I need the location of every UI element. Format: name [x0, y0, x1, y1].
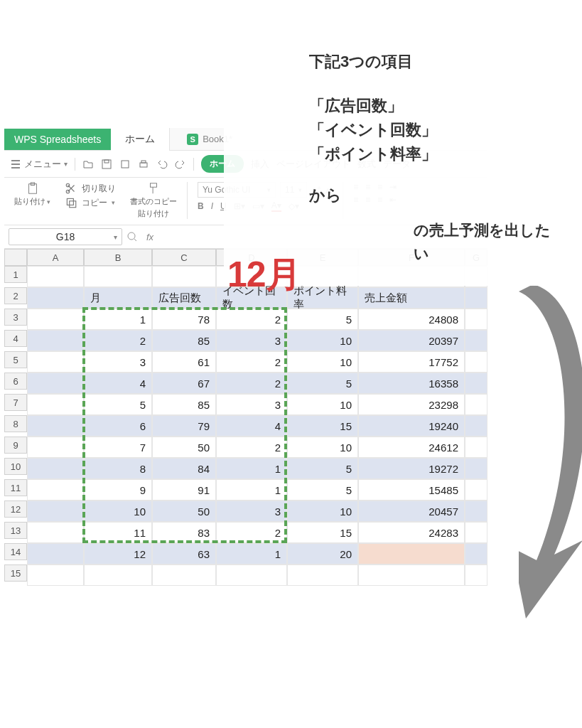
row-header[interactable]: 7: [4, 394, 27, 411]
cell[interactable]: [465, 351, 487, 373]
cell[interactable]: [465, 543, 487, 564]
cell[interactable]: [27, 458, 84, 479]
cell-rate[interactable]: 10: [287, 351, 358, 373]
cell-sales-target[interactable]: [358, 543, 465, 564]
cell-rate[interactable]: 5: [287, 479, 358, 500]
cell-month[interactable]: 10: [84, 500, 152, 522]
cell[interactable]: [27, 394, 84, 415]
cell-sales[interactable]: 24612: [358, 437, 465, 458]
spreadsheet-grid[interactable]: ABCDEFG12月広告回数イベント回数ポイント料率売上金額3178252480…: [4, 249, 487, 586]
cell[interactable]: [27, 522, 84, 543]
paste-label[interactable]: 貼り付け: [14, 196, 45, 207]
cell[interactable]: [84, 266, 152, 287]
cell[interactable]: [27, 564, 84, 586]
row-header[interactable]: 14: [4, 543, 27, 560]
save-icon[interactable]: [101, 159, 112, 170]
cell[interactable]: [27, 351, 84, 373]
product-tab[interactable]: WPS Spreadsheets: [4, 129, 111, 150]
name-box[interactable]: G18 ▾: [9, 228, 122, 245]
cell-sales[interactable]: 20397: [358, 330, 465, 351]
cell[interactable]: [27, 437, 84, 458]
cell-ads[interactable]: 85: [152, 330, 216, 351]
cell-events[interactable]: 3: [216, 500, 287, 522]
cell-rate[interactable]: 20: [287, 543, 358, 564]
cell[interactable]: [27, 309, 84, 330]
cell[interactable]: [358, 564, 465, 586]
cell-events[interactable]: 3: [216, 330, 287, 351]
cell-events[interactable]: 3: [216, 394, 287, 415]
cell-ads[interactable]: 67: [152, 373, 216, 394]
cell-ads[interactable]: 50: [152, 500, 216, 522]
cell-events[interactable]: 1: [216, 458, 287, 479]
redo-icon[interactable]: [175, 159, 186, 170]
cell[interactable]: [465, 330, 487, 351]
cell[interactable]: [465, 415, 487, 437]
cell-sales[interactable]: 24808: [358, 309, 465, 330]
bold-button[interactable]: B: [198, 201, 204, 211]
cell[interactable]: [27, 500, 84, 522]
cell-month[interactable]: 6: [84, 415, 152, 437]
cell-rate[interactable]: 10: [287, 500, 358, 522]
cell[interactable]: [152, 266, 216, 287]
cell[interactable]: [465, 479, 487, 500]
cell-rate[interactable]: 5: [287, 458, 358, 479]
select-all-corner[interactable]: [4, 249, 27, 266]
cell-rate[interactable]: 5: [287, 373, 358, 394]
cell-rate[interactable]: 10: [287, 330, 358, 351]
zoom-icon[interactable]: [126, 231, 138, 242]
cell[interactable]: [84, 564, 152, 586]
cell-month[interactable]: 2: [84, 330, 152, 351]
chevron-down-icon[interactable]: ▾: [47, 198, 50, 205]
cell-events[interactable]: 1: [216, 543, 287, 564]
row-header[interactable]: 5: [4, 351, 27, 368]
cell-month[interactable]: 8: [84, 458, 152, 479]
cell-events[interactable]: 2: [216, 437, 287, 458]
cell-events[interactable]: 2: [216, 309, 287, 330]
undo-icon[interactable]: [156, 159, 168, 170]
cell[interactable]: [465, 309, 487, 330]
cell-ads[interactable]: 50: [152, 437, 216, 458]
cell-month[interactable]: 9: [84, 479, 152, 500]
cell-events[interactable]: 1: [216, 479, 287, 500]
row-header[interactable]: 3: [4, 309, 27, 326]
print-icon[interactable]: [138, 159, 149, 170]
cell-sales[interactable]: 24283: [358, 522, 465, 543]
cell-sales[interactable]: 23298: [358, 394, 465, 415]
cell[interactable]: [27, 479, 84, 500]
cell[interactable]: [465, 394, 487, 415]
row-header[interactable]: 12: [4, 500, 27, 518]
row-header[interactable]: 13: [4, 522, 27, 539]
cell[interactable]: [287, 564, 358, 586]
row-header[interactable]: 4: [4, 330, 27, 347]
header-month[interactable]: 月: [84, 287, 152, 309]
row-header[interactable]: 15: [4, 564, 27, 582]
row-header[interactable]: 6: [4, 373, 27, 390]
cell-ads[interactable]: 79: [152, 415, 216, 437]
print-preview-icon[interactable]: [119, 159, 131, 170]
cell[interactable]: [152, 564, 216, 586]
italic-button[interactable]: I: [211, 201, 213, 211]
cell-ads[interactable]: 78: [152, 309, 216, 330]
cell[interactable]: [465, 500, 487, 522]
header-sales[interactable]: 売上金額: [358, 287, 465, 309]
menu-button[interactable]: メニュー ▾: [10, 158, 68, 171]
column-header[interactable]: A: [27, 249, 84, 266]
format-painter-group[interactable]: 書式のコピー 貼り付け: [126, 182, 181, 219]
cell-rate[interactable]: 10: [287, 437, 358, 458]
fx-label[interactable]: fx: [142, 232, 158, 242]
cell-month[interactable]: 3: [84, 351, 152, 373]
cell[interactable]: [27, 330, 84, 351]
cell-sales[interactable]: 20457: [358, 500, 465, 522]
cell[interactable]: [465, 373, 487, 394]
cell-events[interactable]: 2: [216, 522, 287, 543]
cell-ads[interactable]: 63: [152, 543, 216, 564]
cell-sales[interactable]: 15485: [358, 479, 465, 500]
cell-month[interactable]: 4: [84, 373, 152, 394]
paste-icon[interactable]: [26, 182, 39, 195]
cell[interactable]: [465, 458, 487, 479]
column-header[interactable]: B: [84, 249, 152, 266]
cell-rate[interactable]: 15: [287, 415, 358, 437]
cell-ads[interactable]: 83: [152, 522, 216, 543]
row-header[interactable]: 2: [4, 287, 27, 304]
row-header[interactable]: 11: [4, 479, 27, 496]
